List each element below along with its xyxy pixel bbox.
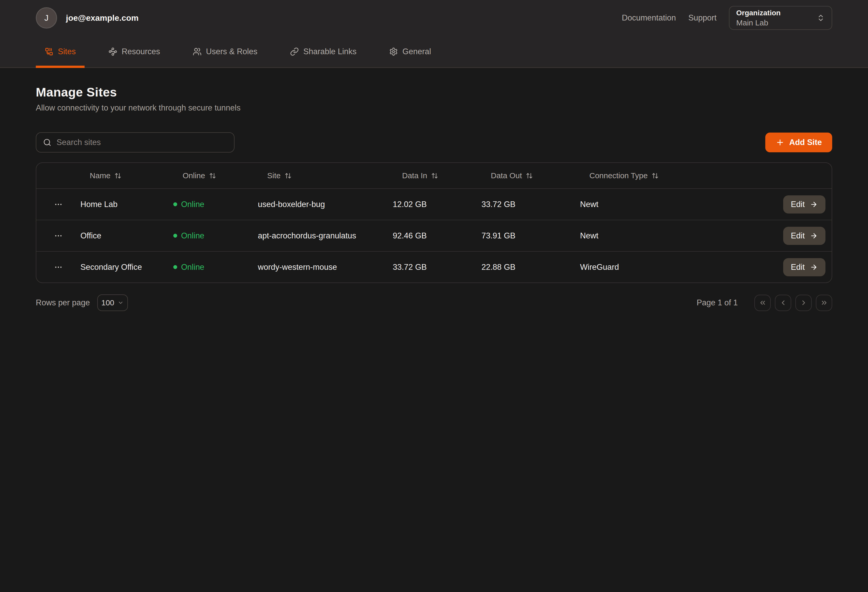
site-name: Office [80, 231, 173, 241]
app-header: J joe@example.com Documentation Support … [0, 0, 868, 68]
column-label: Data In [402, 171, 427, 180]
actions-cell: Edit [732, 195, 832, 214]
organization-value: Main Lab [736, 18, 781, 27]
rows-per-page: Rows per page 100 [36, 294, 128, 311]
page-subtitle: Allow connectivity to your network throu… [36, 103, 832, 112]
sort-icon [114, 172, 121, 179]
status-cell: Online [173, 263, 258, 272]
page-status: Page 1 of 1 [697, 298, 738, 307]
rows-per-page-label: Rows per page [36, 298, 90, 307]
organization-label: Organization [736, 9, 781, 17]
page-title: Manage Sites [36, 85, 832, 99]
connection-type-value: WireGuard [580, 263, 732, 272]
row-menu-cell [36, 260, 80, 274]
data-out-value: 73.91 GB [481, 231, 580, 241]
tab-users-roles[interactable]: Users & Roles [184, 36, 266, 67]
rows-per-page-value: 100 [101, 298, 114, 307]
tab-bar: Sites Resources Users & Roles Sharable L… [0, 36, 868, 68]
table-row: Home Lab Online used-boxelder-bug 12.02 … [36, 188, 832, 220]
edit-button[interactable]: Edit [783, 195, 825, 214]
column-header-data-in[interactable]: Data In [393, 171, 481, 180]
ellipsis-icon [54, 200, 63, 209]
site-name: Secondary Office [80, 263, 173, 272]
users-icon [193, 47, 202, 56]
sort-icon [285, 172, 292, 179]
avatar[interactable]: J [36, 7, 57, 28]
arrow-right-icon [810, 263, 818, 271]
chevron-down-icon [118, 300, 124, 306]
user-email: joe@example.com [66, 13, 139, 23]
column-label: Name [90, 171, 111, 180]
tab-sites[interactable]: Sites [36, 36, 84, 67]
chevrons-up-down-icon [816, 14, 825, 22]
table-row: Secondary Office Online wordy-western-mo… [36, 251, 832, 282]
edit-label: Edit [791, 200, 805, 209]
sort-icon [209, 172, 216, 179]
rows-per-page-select[interactable]: 100 [97, 294, 128, 311]
toolbar: Add Site [36, 132, 832, 152]
tab-sharable-links[interactable]: Sharable Links [281, 36, 365, 67]
online-dot-icon [173, 202, 177, 206]
chevron-right-icon [800, 299, 807, 307]
row-menu-button[interactable] [52, 260, 65, 274]
gear-icon [389, 47, 398, 56]
tab-label: Users & Roles [206, 47, 257, 56]
sort-icon [431, 172, 438, 179]
first-page-button[interactable] [754, 295, 771, 311]
tab-label: General [402, 47, 431, 56]
data-out-value: 22.88 GB [481, 263, 580, 272]
tab-resources[interactable]: Resources [100, 36, 169, 67]
tab-label: Sharable Links [303, 47, 356, 56]
add-site-button[interactable]: Add Site [765, 133, 832, 152]
support-link[interactable]: Support [688, 13, 716, 22]
edit-button[interactable]: Edit [783, 258, 825, 276]
top-bar-right: Documentation Support Organization Main … [622, 6, 832, 30]
status-cell: Online [173, 200, 258, 209]
chevrons-right-icon [820, 299, 828, 307]
pagination: Page 1 of 1 [697, 295, 832, 311]
search-icon [43, 138, 52, 146]
documentation-link[interactable]: Documentation [622, 13, 676, 22]
table-header-row: Name Online Site Data In Data Out Connec… [36, 163, 832, 188]
table-row: Office Online apt-acrochordus-granulatus… [36, 220, 832, 251]
column-header-name[interactable]: Name [80, 171, 173, 180]
actions-cell: Edit [732, 258, 832, 276]
status-cell: Online [173, 231, 258, 241]
column-header-data-out[interactable]: Data Out [481, 171, 580, 180]
tab-general[interactable]: General [380, 36, 440, 67]
site-slug: apt-acrochordus-granulatus [258, 231, 393, 241]
organization-texts: Organization Main Lab [736, 9, 781, 27]
edit-label: Edit [791, 231, 805, 241]
data-out-value: 33.72 GB [481, 200, 580, 209]
column-header-connection-type[interactable]: Connection Type [580, 171, 732, 180]
site-name: Home Lab [80, 200, 173, 209]
column-header-site[interactable]: Site [258, 171, 393, 180]
tab-label: Sites [58, 47, 76, 56]
arrow-right-icon [810, 232, 818, 240]
column-label: Online [183, 171, 205, 180]
column-label: Site [267, 171, 281, 180]
data-in-value: 12.02 GB [393, 200, 481, 209]
last-page-button[interactable] [816, 295, 832, 311]
organization-selector[interactable]: Organization Main Lab [729, 6, 832, 30]
column-header-online[interactable]: Online [173, 171, 258, 180]
top-bar: J joe@example.com Documentation Support … [0, 0, 868, 36]
status-badge: Online [181, 263, 204, 272]
search-input[interactable] [56, 138, 227, 147]
row-menu-cell [36, 198, 80, 211]
edit-button[interactable]: Edit [783, 227, 825, 245]
row-menu-button[interactable] [52, 229, 65, 243]
table-footer: Rows per page 100 Page 1 of 1 [36, 294, 832, 311]
next-page-button[interactable] [796, 295, 812, 311]
search-box [36, 132, 235, 152]
sites-table: Name Online Site Data In Data Out Connec… [36, 162, 832, 283]
site-slug: used-boxelder-bug [258, 200, 393, 209]
ellipsis-icon [54, 232, 63, 240]
sort-icon [526, 172, 533, 179]
previous-page-button[interactable] [775, 295, 791, 311]
connection-type-value: Newt [580, 231, 732, 241]
row-menu-button[interactable] [52, 198, 65, 211]
arrow-right-icon [810, 201, 818, 208]
data-in-value: 33.72 GB [393, 263, 481, 272]
status-badge: Online [181, 231, 204, 241]
